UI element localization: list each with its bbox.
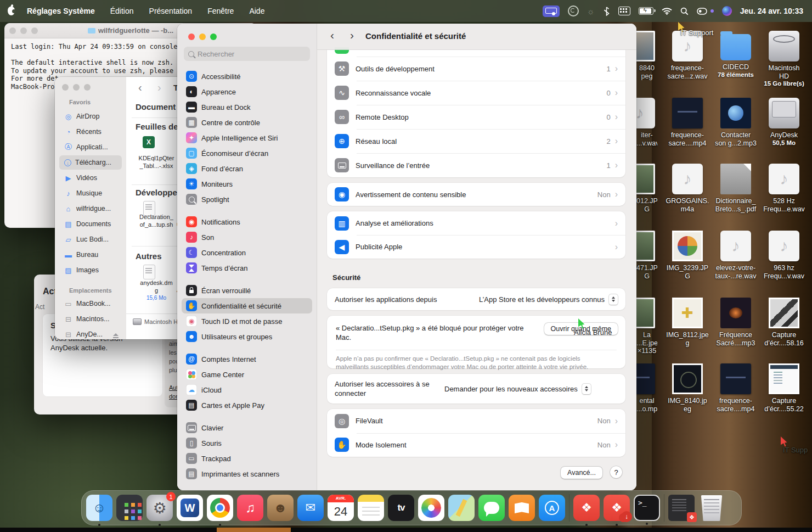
spotlight-icon[interactable] [680,7,689,15]
zoom-button[interactable] [210,33,217,40]
stepper-icon[interactable] [609,294,618,305]
keyboard-viewer-icon[interactable] [618,7,630,15]
desktop-icon-anydesk[interactable]: AnyDesk50,5 Mo [761,98,807,146]
dock-item-maps[interactable] [448,495,475,521]
desktop-icon-capture-d-cr-55-22[interactable]: Captured’écr....55.22 [761,363,807,413]
sidebar-item-apple-intelligence-siri[interactable]: ✦Apple Intelligence et Siri [182,130,312,145]
sidebar-item-icloud[interactable]: ☁iCloud [182,382,312,397]
dock-item-anydesk-session[interactable]: ❖↓ [604,495,630,521]
sidebar-item-sound[interactable]: ♪Son [182,229,312,245]
dock-item-chrome[interactable] [207,495,233,521]
menu-item-aide[interactable]: Aide [249,7,264,15]
dock-item-tv[interactable]: tv [388,495,414,521]
desktop-icon-contacter-son-g-2-mp3[interactable]: Contacterson g...2.mp3 [713,98,759,147]
menu-item-pr-sentation[interactable]: Présentation [149,7,193,15]
help-button[interactable]: ? [610,466,622,478]
screen-mirroring-icon[interactable] [543,5,560,17]
siri-icon[interactable] [722,6,732,16]
settings-row-input-monitoring[interactable]: Surveillance de l’entrée1› [327,153,625,177]
settings-row-allow-accessories[interactable]: Autoriser les accessoires à se connecter… [327,374,625,404]
back-icon[interactable]: ‹ [330,29,334,42]
minimize-button[interactable] [73,84,80,91]
dock-item-notes[interactable] [358,495,384,521]
dock-item-photos[interactable] [418,495,444,521]
sidebar-item-wallpaper[interactable]: ◈Fond d’écran [182,161,312,176]
creative-cloud-icon[interactable] [568,5,579,16]
sidebar-item-anyde[interactable]: ⊟AnyDe... [59,327,122,339]
dock-item-contacts[interactable]: ☻ [267,495,294,521]
sidebar-item-privacy-security[interactable]: ✋Confidentialité et sécurité [182,298,312,313]
sidebar-item-trackpad[interactable]: ▭Trackpad [182,451,312,466]
desktop-icon-iter-v-wav[interactable]: ♪iter-...v.wav [636,98,657,147]
sidebar-item-printers-scanners[interactable]: ▤Imprimantes et scanners [182,466,312,481]
dock-item-books[interactable] [509,495,535,521]
desktop-icon-capture-d-cr-58-16[interactable]: Captured’écr....58.16 [761,298,807,347]
menu-bar-clock[interactable]: Jeu. 24 avr. 10:33 [740,7,803,15]
zoom-button[interactable] [31,27,38,34]
dock-item-word[interactable]: W [177,495,203,521]
sidebar-item-airdrop[interactable]: ◎AirDrop [59,109,122,124]
desktop-icon-528-hz-frequ-e-wav[interactable]: ♪528 HzFrequ...e.wav [761,164,807,213]
desktop-icon-la-e-jpeg-1135[interactable]: La...E.jpeg×1135 [636,298,657,355]
bluetooth-icon[interactable] [603,7,610,16]
control-center-icon[interactable] [697,8,707,15]
settings-row-developer-tools[interactable]: ⚒Outils de développement1› [327,57,625,81]
dock-item-system-settings[interactable]: ⚙1 [146,495,173,521]
menu-item-fen-tre[interactable]: Fenêtre [207,7,234,15]
menu-item-dition[interactable]: Édition [110,7,134,15]
desktop-icon-dictionnaire-breto-s-pdf[interactable]: Dictionnaire_Breto...s_.pdf [713,164,759,213]
dock-item-trash[interactable] [698,495,725,521]
desktop-icon-elevez-votre-taux-re-wav[interactable]: ♪elevez-votre-taux-...re.wav [713,231,759,280]
sidebar-item-vid-os[interactable]: ▶Vidéos [59,171,122,185]
desktop-icon-grosgains-m4a[interactable]: ♪GROSGAINS.m4a [664,164,710,213]
sidebar-item-t-l-charg[interactable]: ↓Télécharg... [59,155,122,170]
desktop-icon-img-8140-jp-eg[interactable]: IMG_8140.jpeg [664,363,710,413]
desktop-icon-frequence-sacre-mp4[interactable]: frequence-sacre....mp4 [713,363,759,413]
settings-row-remote-desktop[interactable]: ∞Remote Desktop0› [327,105,625,129]
sidebar-item-game-center[interactable]: Game Center [182,367,312,382]
sidebar-item-screen-time[interactable]: Temps d’écran [182,260,312,276]
stepper-icon[interactable] [582,384,591,394]
desktop-icon-cidecd[interactable]: CIDECD78 éléments [713,31,759,78]
sidebar-item-luc-bodi[interactable]: ▱Luc Bodi... [59,232,122,247]
menu-item-r-glages-syst-me[interactable]: Réglages Système [27,7,95,15]
desktop-icon-img-3239-jp-g[interactable]: IMG_3239.JPG [664,231,710,280]
desktop-icon-fr-quence-sacr-mp3[interactable]: FréquenceSacré....mp3 [713,298,759,347]
desktop-icon-frequence-sacre-z-wav[interactable]: ♪frequence-sacre...z.wav [664,31,710,80]
sidebar-item-macintos[interactable]: ⊟Macintos... [59,312,122,326]
forward-icon[interactable]: › [157,81,161,94]
settings-row-analytics[interactable]: ▥Analyse et améliorations› [327,211,625,235]
dock-item-music[interactable]: ♫ [237,495,263,521]
desktop-icon-frequence-sacre-mp4[interactable]: frequence-sacre....mp4 [664,98,710,147]
battery-charging-icon[interactable]: ϟ [639,7,653,15]
desktop-icon-macintosh-hd[interactable]: MacintoshHD15 Go libre(s) [761,31,807,87]
sidebar-item-notifications[interactable]: ◉Notifications [182,214,312,229]
sidebar-item-desktop-dock[interactable]: ▬Bureau et Dock [182,99,312,115]
apple-logo-icon[interactable] [8,7,15,15]
sidebar-item-mouse[interactable]: ▯Souris [182,435,312,451]
sidebar-item-appearance[interactable]: ◐Apparence [182,84,312,99]
sidebar-item-images[interactable]: ▨Images [59,263,122,277]
sidebar-item-spotlight[interactable]: Spotlight [182,192,312,207]
xlsx-file-icon[interactable]: X [143,136,155,148]
dock-item-anydesk[interactable]: ❖ [573,495,600,521]
sidebar-item-macbook[interactable]: ▭MacBook... [59,296,122,311]
sidebar-item-documents[interactable]: ▤Documents [59,217,122,231]
sidebar-item-applicati[interactable]: ⒶApplicati... [59,140,122,154]
dock-item-launchpad[interactable] [116,495,143,521]
sidebar-item-screen-saver[interactable]: ▢Économiseur d’écran [182,145,312,161]
sidebar-item-internet-accounts[interactable]: @Comptes Internet [182,351,312,367]
settings-row-sensitive-content-warning[interactable]: ◉Avertissement de contenu sensibleNon› [327,183,625,206]
dock-item-finder[interactable]: ☺ [86,495,112,521]
close-button[interactable] [62,84,69,91]
sidebar-item-musique[interactable]: ♪Musique [59,186,122,200]
sidebar-item-control-center[interactable]: ▦Centre de contrôle [182,115,312,130]
dock-item-terminal[interactable]: >_ [634,495,660,521]
sidebar-item-wallet[interactable]: ▤Cartes et Apple Pay [182,397,312,413]
sidebar-item-focus[interactable]: ☾Concentration [182,245,312,260]
sidebar-item-r-cents[interactable]: ◔Récents [59,125,122,139]
sidebar-item-accessibility[interactable]: ⊙Accessibilité [182,69,312,84]
desktop-icon-8840-peg[interactable]: 8840peg [636,31,657,80]
eject-icon[interactable] [113,333,119,336]
sidebar-item-keyboard[interactable]: Clavier [182,420,312,435]
